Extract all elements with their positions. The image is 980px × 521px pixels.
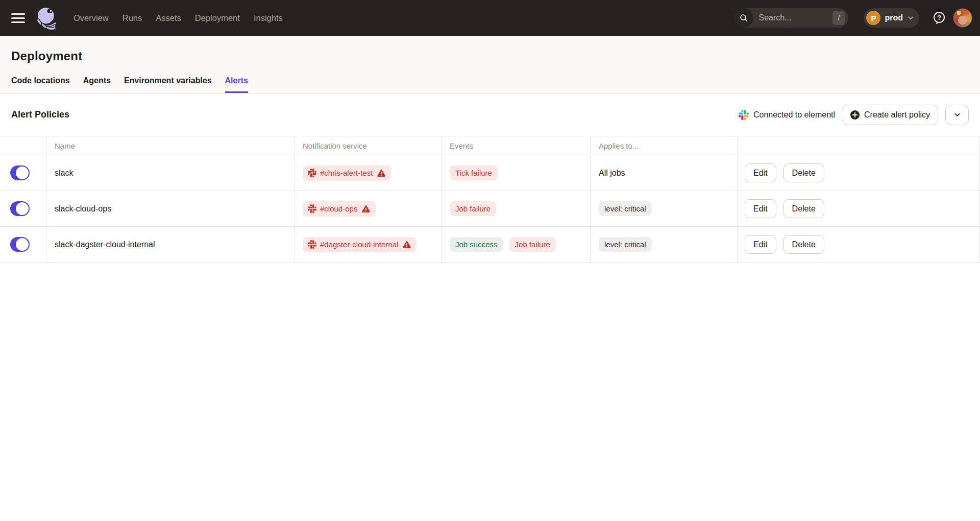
delete-button[interactable]: Delete [783, 199, 824, 218]
col-applies-to: Applies to... [591, 136, 738, 155]
applies-to-value: level: critical [599, 201, 652, 216]
alert-policies-more-button[interactable] [945, 105, 969, 125]
slack-channel-badge: #cloud-ops [303, 201, 376, 217]
warning-icon [377, 169, 386, 178]
tab-agents[interactable]: Agents [83, 76, 111, 93]
connected-status-text: Connected to elementl [753, 110, 835, 120]
warning-icon [402, 240, 411, 249]
edit-button[interactable]: Edit [745, 199, 776, 218]
hamburger-menu-icon[interactable] [11, 13, 25, 23]
nav-item-deployment[interactable]: Deployment [195, 13, 240, 23]
slack-icon [308, 169, 316, 177]
col-notification-service: Notification service [295, 136, 442, 155]
slack-channel-label: #dagster-cloud-internal [320, 240, 398, 249]
dagster-logo-icon[interactable] [35, 5, 59, 31]
policy-name: slack [55, 169, 73, 178]
alert-policies-table: Name Notification service Events Applies… [0, 136, 980, 263]
help-icon[interactable]: ? [932, 11, 946, 25]
events-cell: Tick failure [442, 155, 591, 191]
slack-connection-status: Connected to elementl [739, 110, 835, 120]
global-search[interactable]: / [734, 8, 848, 28]
events-cell: Job failure [442, 191, 591, 226]
applies-to-value: All jobs [599, 169, 625, 178]
slack-icon [308, 204, 316, 213]
edit-button[interactable]: Edit [745, 163, 776, 182]
slack-channel-badge: #chris-alert-test [303, 165, 391, 181]
table-header: Name Notification service Events Applies… [0, 136, 980, 155]
policy-enabled-toggle[interactable] [10, 201, 30, 216]
alert-policy-row: slack-dagster-cloud-internal #dagster-cl… [0, 227, 980, 263]
alert-policies-table-body: slack #chris-alert-test Tick failure All… [0, 155, 980, 263]
create-alert-policy-button[interactable]: Create alert policy [842, 105, 938, 125]
warning-icon [361, 204, 371, 214]
event-badge: Job failure [450, 201, 496, 216]
nav-item-runs[interactable]: Runs [122, 13, 142, 23]
delete-button[interactable]: Delete [783, 235, 824, 254]
edit-button[interactable]: Edit [745, 235, 776, 254]
search-icon [734, 8, 753, 28]
deployment-switcher[interactable]: P prod [864, 8, 919, 28]
search-input[interactable] [753, 13, 832, 22]
applies-to-cell: level: critical [591, 191, 738, 226]
nav-item-overview[interactable]: Overview [74, 13, 109, 23]
nav-item-insights[interactable]: Insights [254, 13, 283, 23]
alert-policy-row: slack #chris-alert-test Tick failure All… [0, 155, 980, 191]
delete-button[interactable]: Delete [783, 163, 824, 182]
col-actions [738, 136, 980, 155]
plus-circle-icon [850, 110, 860, 120]
page-title: Deployment [11, 49, 980, 63]
policy-enabled-toggle[interactable] [10, 165, 30, 180]
user-avatar[interactable] [953, 8, 972, 28]
chevron-down-icon [907, 14, 914, 21]
policy-name: slack-cloud-ops [55, 204, 111, 214]
primary-nav: Overview Runs Assets Deployment Insights [74, 13, 283, 23]
section-heading: Alert Policies [11, 109, 69, 120]
event-badge: Tick failure [450, 165, 498, 180]
slack-channel-label: #cloud-ops [320, 204, 357, 213]
tab-alerts[interactable]: Alerts [225, 76, 248, 93]
col-name: Name [46, 136, 295, 155]
slack-icon [739, 110, 749, 120]
events-cell: Job successJob failure [442, 227, 591, 262]
applies-to-cell: level: critical [591, 227, 738, 262]
top-nav-bar: Overview Runs Assets Deployment Insights… [0, 0, 980, 36]
policy-enabled-toggle[interactable] [10, 237, 30, 252]
deployment-tabs: Code locations Agents Environment variab… [11, 76, 980, 93]
tab-environment-variables[interactable]: Environment variables [124, 76, 212, 93]
alert-policies-toolbar: Alert Policies Connected to elementl Cre… [0, 93, 980, 136]
slack-channel-badge: #dagster-cloud-internal [303, 237, 416, 252]
applies-to-value: level: critical [599, 237, 652, 252]
deployment-avatar: P [866, 11, 880, 25]
slack-channel-label: #chris-alert-test [320, 169, 373, 177]
page-header: Deployment Code locations Agents Environ… [0, 36, 980, 93]
slack-icon [308, 240, 316, 249]
col-events: Events [442, 136, 591, 155]
col-toggle [0, 136, 46, 155]
chevron-down-icon [953, 111, 961, 119]
nav-item-assets[interactable]: Assets [156, 13, 181, 23]
alert-policy-row: slack-cloud-ops #cloud-ops Job failure l… [0, 191, 980, 227]
event-badge: Job success [450, 237, 503, 252]
policy-name: slack-dagster-cloud-internal [55, 240, 155, 249]
applies-to-cell: All jobs [591, 155, 738, 191]
svg-text:?: ? [937, 14, 941, 21]
create-alert-policy-label: Create alert policy [864, 110, 930, 120]
search-shortcut-key: / [832, 11, 845, 25]
event-badge: Job failure [509, 237, 556, 252]
deployment-switcher-label: prod [885, 13, 903, 22]
tab-code-locations[interactable]: Code locations [11, 76, 70, 93]
